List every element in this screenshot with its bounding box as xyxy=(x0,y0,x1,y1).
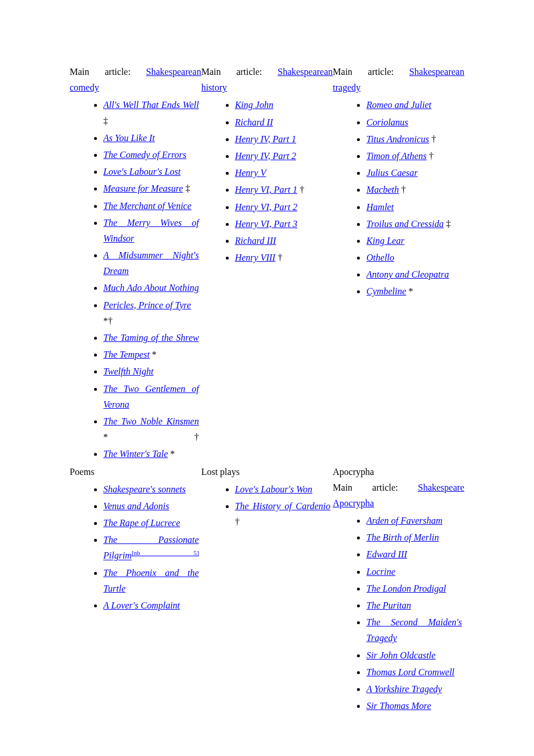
work-link[interactable]: Henry IV, Part 1 xyxy=(235,134,296,144)
work-link[interactable]: The Tempest xyxy=(103,350,150,359)
work-link[interactable]: Henry VIII xyxy=(235,253,276,262)
work-link[interactable]: Love's Labour's Lost xyxy=(103,167,181,177)
suffix-marker: ‡ xyxy=(103,116,108,126)
list-item: Locrine xyxy=(366,563,464,580)
work-link[interactable]: The Passionate Pilgrim xyxy=(103,535,199,561)
list-item: The Merry Wives of Windsor xyxy=(103,214,201,247)
list-item: The Tempest * xyxy=(103,346,201,363)
work-link[interactable]: Timon of Athens xyxy=(366,151,427,161)
work-link[interactable]: Troilus and Cressida xyxy=(366,219,443,229)
top-row: Main article: Shakespearean comedy All's… xyxy=(70,64,464,464)
work-link[interactable]: A Lover's Complaint xyxy=(103,600,180,610)
work-link[interactable]: The Comedy of Errors xyxy=(103,150,186,160)
work-link[interactable]: The Puritan xyxy=(366,600,411,610)
apocrypha-title: Apocrypha xyxy=(333,464,464,480)
work-link[interactable]: A Yorkshire Tragedy xyxy=(366,684,442,694)
suffix-marker: * xyxy=(406,286,413,296)
work-link[interactable]: Julius Caesar xyxy=(366,168,417,178)
list-item: Troilus and Cressida ‡ xyxy=(366,215,464,232)
work-link[interactable]: Edward III xyxy=(366,549,407,559)
suffix-marker: ‡ xyxy=(183,183,190,193)
list-item: The London Prodigal xyxy=(366,580,464,597)
work-link[interactable]: The Two Noble Kinsmen xyxy=(103,416,199,426)
work-link[interactable]: A Midsummer Night's Dream xyxy=(103,250,199,276)
list-item: The Two Gentlemen of Verona xyxy=(103,380,201,413)
footnote-ref[interactable]: [nb 5] xyxy=(132,549,199,556)
work-link[interactable]: Much Ado About Nothing xyxy=(103,283,199,293)
work-link[interactable]: Pericles, Prince of Tyre xyxy=(103,300,191,310)
lost-plays-title: Lost plays xyxy=(201,464,333,480)
work-link[interactable]: Love's Labour's Won xyxy=(235,484,312,494)
apocrypha-heading: Main article: Shakespeare Apocrypha xyxy=(333,480,464,511)
work-link[interactable]: King Lear xyxy=(366,236,404,246)
work-link[interactable]: Richard II xyxy=(235,117,273,127)
work-link[interactable]: Thomas Lord Cromwell xyxy=(366,667,454,677)
work-link[interactable]: Henry VI, Part 1 xyxy=(235,185,298,195)
lost-plays-column: Lost plays Love's Labour's WonThe Histor… xyxy=(201,464,333,716)
work-link[interactable]: The London Prodigal xyxy=(366,584,446,593)
work-link[interactable]: Locrine xyxy=(366,567,395,577)
work-link[interactable]: Macbeth xyxy=(366,185,399,195)
work-link[interactable]: Twelfth Night xyxy=(103,366,153,376)
list-item: A Midsummer Night's Dream xyxy=(103,247,201,279)
work-link[interactable]: As You Like It xyxy=(103,133,155,143)
work-link[interactable]: Henry V xyxy=(235,168,266,178)
work-link[interactable]: Othello xyxy=(366,253,394,262)
list-item: The Second Maiden's Tragedy xyxy=(366,614,464,646)
work-link[interactable]: The Taming of the Shrew xyxy=(103,333,199,343)
suffix-marker: † xyxy=(297,185,304,195)
work-link[interactable]: The Phoenix and the Turtle xyxy=(103,568,199,593)
list-item: A Lover's Complaint xyxy=(103,597,201,614)
suffix-marker: † xyxy=(275,253,282,262)
work-link[interactable]: Arden of Faversham xyxy=(366,516,442,525)
list-item: King John xyxy=(235,96,333,113)
list-item: Coriolanus xyxy=(366,114,464,131)
work-link[interactable]: The History of Cardenio xyxy=(235,501,331,511)
suffix-marker: * xyxy=(168,449,175,459)
work-link[interactable]: The Two Gentlemen of Verona xyxy=(103,384,199,409)
list-item: Antony and Cleopatra xyxy=(366,266,464,283)
suffix-marker: † xyxy=(429,134,436,144)
list-item: Titus Andronicus † xyxy=(366,131,464,147)
work-link[interactable]: Henry VI, Part 2 xyxy=(235,202,298,212)
work-link[interactable]: Henry VI, Part 3 xyxy=(235,219,298,229)
work-link[interactable]: Henry IV, Part 2 xyxy=(235,151,296,161)
work-link[interactable]: Hamlet xyxy=(366,202,394,212)
poems-list: Shakespeare's sonnetsVenus and AdonisThe… xyxy=(70,481,201,614)
work-link[interactable]: Measure for Measure xyxy=(103,183,183,193)
work-link[interactable]: Sir Thomas More xyxy=(366,701,431,711)
work-link[interactable]: Antony and Cleopatra xyxy=(366,269,449,279)
list-item: The Puritan xyxy=(366,597,464,614)
work-link[interactable]: Shakespeare's sonnets xyxy=(103,484,186,494)
apocrypha-column: Apocrypha Main article: Shakespeare Apoc… xyxy=(333,464,464,716)
main-article-prefix: Main article: xyxy=(333,67,409,77)
work-link[interactable]: Coriolanus xyxy=(366,117,408,127)
work-link[interactable]: The Birth of Merlin xyxy=(366,532,439,542)
work-link[interactable]: Sir John Oldcastle xyxy=(366,650,435,660)
list-item: The Rape of Lucrece xyxy=(103,514,201,531)
work-link[interactable]: The Rape of Lucrece xyxy=(103,518,180,528)
work-link[interactable]: All's Well That Ends Well xyxy=(103,100,199,110)
work-link[interactable]: The Merry Wives of Windsor xyxy=(103,218,199,243)
work-link[interactable]: King John xyxy=(235,100,273,110)
list-item: Othello xyxy=(366,249,464,266)
work-link[interactable]: Cymbeline xyxy=(366,286,406,296)
work-link[interactable]: Titus Andronicus xyxy=(366,134,429,144)
list-item: The Comedy of Errors xyxy=(103,146,201,163)
list-item: Sir Thomas More xyxy=(366,697,464,714)
list-item: The Birth of Merlin xyxy=(366,529,464,546)
work-link[interactable]: The Merchant of Venice xyxy=(103,201,192,211)
work-link[interactable]: The Second Maiden's Tragedy xyxy=(366,617,462,643)
tragedy-list: Romeo and JulietCoriolanusTitus Andronic… xyxy=(333,96,464,300)
suffix-marker: † xyxy=(235,517,240,527)
work-link[interactable]: Romeo and Juliet xyxy=(366,100,431,110)
work-link[interactable]: The Winter's Tale xyxy=(103,449,168,459)
list-item: The Winter's Tale * xyxy=(103,445,201,462)
bottom-row: Poems Shakespeare's sonnetsVenus and Ado… xyxy=(70,464,464,716)
suffix-marker: *† xyxy=(103,316,113,326)
suffix-marker: ‡ xyxy=(443,219,450,229)
work-link[interactable]: Venus and Adonis xyxy=(103,501,169,511)
list-item: Henry VI, Part 2 xyxy=(235,199,333,215)
list-item: The Phoenix and the Turtle xyxy=(103,564,201,597)
work-link[interactable]: Richard III xyxy=(235,236,276,246)
